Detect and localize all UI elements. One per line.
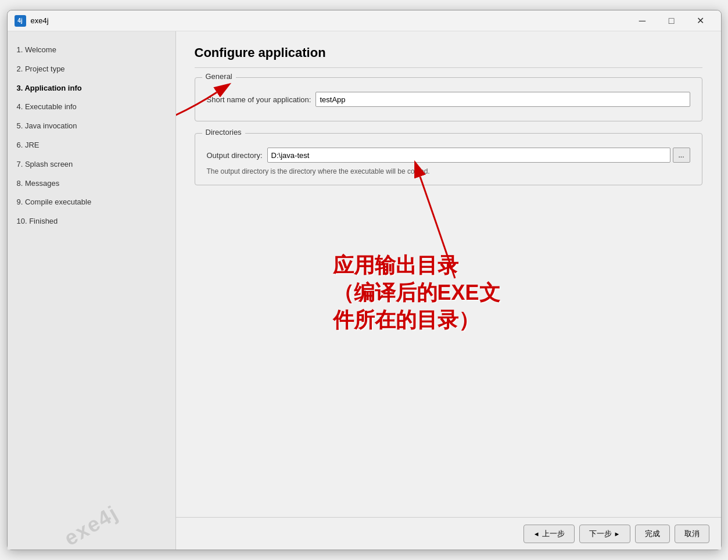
output-dir-label: Output directory: <box>207 151 263 160</box>
sidebar-item-welcome[interactable]: 1. Welcome <box>8 41 175 60</box>
sidebar-watermark: exe4j <box>60 501 123 550</box>
window-title: exe4j <box>31 16 629 25</box>
sidebar-item-finished[interactable]: 10. Finished <box>8 212 175 231</box>
main-panel: Configure application General Short name… <box>176 31 721 550</box>
sidebar-item-messages[interactable]: 8. Messages <box>8 174 175 193</box>
finish-button[interactable]: 完成 <box>635 525 670 543</box>
minimize-button[interactable]: ─ <box>629 13 656 29</box>
titlebar: 4j exe4j ─ □ ✕ <box>8 10 721 31</box>
general-section: General Short name of your application: <box>195 77 702 121</box>
main-content: Configure application General Short name… <box>176 31 721 517</box>
sidebar-item-splash-screen[interactable]: 7. Splash screen <box>8 155 175 174</box>
directories-section-label: Directories <box>202 128 245 137</box>
browse-button[interactable]: ... <box>673 148 690 163</box>
output-dir-hint: The output directory is the directory wh… <box>207 167 690 175</box>
footer: ◄ 上一步 下一步 ► 完成 取消 <box>176 517 721 550</box>
sidebar-item-project-type[interactable]: 2. Project type <box>8 60 175 79</box>
output-dir-row: Output directory: ... <box>207 148 690 163</box>
annotation-output-dir: 应用输出目录（编译后的EXE文件所在的目录） <box>333 252 500 333</box>
sidebar-item-jre[interactable]: 6. JRE <box>8 136 175 155</box>
content-area: 1. Welcome 2. Project type 3. Applicatio… <box>8 31 721 550</box>
output-dir-input[interactable] <box>267 148 670 163</box>
short-name-input[interactable] <box>315 92 690 107</box>
sidebar-item-compile-executable[interactable]: 9. Compile executable <box>8 193 175 212</box>
window-controls: ─ □ ✕ <box>629 13 714 29</box>
sidebar-item-application-info[interactable]: 3. Application info <box>8 79 175 98</box>
sidebar-item-java-invocation[interactable]: 5. Java invocation <box>8 117 175 136</box>
maximize-button[interactable]: □ <box>658 13 685 29</box>
short-name-label: Short name of your application: <box>207 95 311 104</box>
general-section-label: General <box>202 72 236 81</box>
main-window: 4j exe4j ─ □ ✕ 1. Welcome 2. Project typ… <box>7 10 722 550</box>
app-icon: 4j <box>15 15 26 27</box>
next-button[interactable]: 下一步 ► <box>579 525 630 543</box>
page-title: Configure application <box>195 45 702 68</box>
close-button[interactable]: ✕ <box>687 13 714 29</box>
short-name-row: Short name of your application: <box>207 92 690 107</box>
prev-button[interactable]: ◄ 上一步 <box>523 525 575 543</box>
sidebar-item-executable-info[interactable]: 4. Executable info <box>8 98 175 117</box>
directories-section: Directories Output directory: ... The ou… <box>195 133 702 185</box>
sidebar: 1. Welcome 2. Project type 3. Applicatio… <box>8 31 176 550</box>
cancel-button[interactable]: 取消 <box>675 525 709 543</box>
